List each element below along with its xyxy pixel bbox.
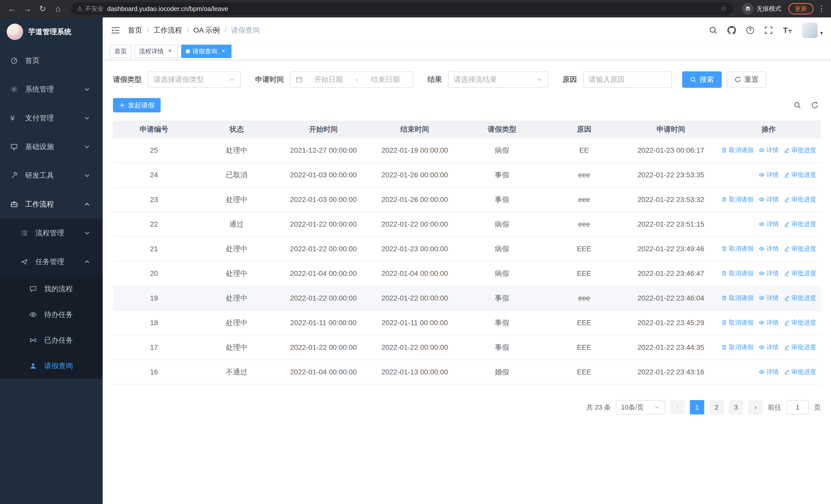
page-button[interactable]: 3 — [729, 400, 743, 414]
briefcase-icon — [10, 200, 22, 208]
sidebar-item[interactable]: 系统管理 — [0, 75, 103, 104]
sidebar-item[interactable]: 已办任务 — [0, 327, 103, 353]
search-button[interactable]: 搜索 — [682, 71, 722, 88]
breadcrumb-item[interactable]: OA 示例 — [194, 25, 220, 35]
breadcrumb-separator: / — [187, 26, 189, 34]
breadcrumb: 首页/工作流程/OA 示例/请假查询 — [128, 25, 260, 35]
approval-progress-action[interactable]: 审批进度 — [784, 368, 816, 376]
reset-button[interactable]: 重置 — [727, 71, 766, 88]
sidebar-item[interactable]: 我的流程 — [0, 276, 103, 302]
edit-icon — [784, 295, 790, 301]
detail-action[interactable]: 详情 — [758, 368, 779, 376]
sidebar-item[interactable]: 工作流程 — [0, 190, 103, 219]
page-size-select[interactable]: 10条/页 — [616, 400, 665, 414]
sidebar-item[interactable]: 请假查询 — [0, 353, 103, 379]
cell-reason: EE — [543, 138, 625, 163]
help-icon[interactable] — [746, 26, 754, 35]
sidebar-item[interactable]: 任务管理 — [0, 247, 103, 276]
detail-action[interactable]: 详情 — [758, 171, 779, 179]
font-size-icon[interactable] — [783, 25, 793, 35]
sidebar-item[interactable]: 首页 — [0, 46, 103, 75]
cancel-leave-action[interactable]: 取消请假 — [721, 343, 753, 351]
cancel-leave-action[interactable]: 取消请假 — [721, 195, 753, 204]
cancel-leave-action[interactable]: 取消请假 — [721, 319, 753, 327]
detail-action[interactable]: 详情 — [758, 294, 779, 302]
detail-action[interactable]: 详情 — [758, 146, 779, 154]
sidebar-item[interactable]: ¥支付管理 — [0, 104, 103, 132]
cancel-leave-action[interactable]: 取消请假 — [721, 294, 753, 302]
cell-id: 16 — [113, 360, 195, 384]
browser-forward-icon[interactable]: → — [21, 5, 34, 13]
approval-progress-action[interactable]: 审批进度 — [784, 343, 816, 351]
cell-end: 2022-01-11 00:00:00 — [369, 310, 461, 335]
avatar — [802, 23, 818, 38]
breadcrumb-item[interactable]: 工作流程 — [153, 25, 182, 35]
approval-progress-action[interactable]: 审批进度 — [784, 269, 816, 277]
detail-action[interactable]: 详情 — [758, 244, 779, 253]
approval-progress-action[interactable]: 审批进度 — [784, 195, 816, 204]
approval-progress-action[interactable]: 审批进度 — [784, 294, 816, 302]
detail-action[interactable]: 详情 — [758, 319, 779, 327]
detail-action[interactable]: 详情 — [758, 269, 779, 277]
result-select[interactable]: 请选择流结果 — [448, 71, 548, 88]
browser-back-icon[interactable]: ← — [5, 5, 19, 13]
incognito-badge: 无痕模式 — [742, 3, 781, 14]
browser-reload-icon[interactable]: ↻ — [36, 5, 49, 13]
detail-action[interactable]: 详情 — [758, 220, 779, 228]
github-icon[interactable] — [727, 26, 736, 35]
create-leave-button[interactable]: 发起请假 — [113, 98, 161, 112]
cancel-leave-action[interactable]: 取消请假 — [721, 269, 753, 277]
apply-time-range-picker[interactable]: 开始日期 - 结束日期 — [290, 71, 413, 88]
close-icon[interactable]: × — [220, 48, 227, 55]
table-row: 16不通过2022-01-04 00:00:002022-01-13 00:00… — [113, 360, 821, 384]
user-menu[interactable]: ▾ — [802, 23, 823, 38]
approval-progress-action[interactable]: 审批进度 — [784, 319, 816, 327]
breadcrumb-item[interactable]: 首页 — [128, 25, 142, 35]
sidebar-item[interactable]: 基础设施 — [0, 132, 103, 161]
tab-item[interactable]: 流程详情× — [135, 45, 178, 58]
page-button[interactable]: 2 — [709, 400, 724, 414]
approval-progress-action[interactable]: 审批进度 — [784, 220, 816, 228]
cell-start: 2022-01-04 00:00:00 — [278, 360, 369, 384]
table-row: 24已取消2022-01-03 00:00:002022-01-26 00:00… — [113, 163, 821, 187]
table-header-row: 申请编号状态开始时间结束时间请假类型原因申请时间操作 — [113, 121, 821, 138]
page-button[interactable]: 1 — [690, 400, 704, 414]
reason-input[interactable] — [589, 76, 666, 84]
detail-action[interactable]: 详情 — [758, 195, 779, 204]
address-bar[interactable]: ⚠不安全 dashboard.yudao.iocoder.cn/bpm/oa/l… — [71, 2, 733, 15]
browser-update-button[interactable]: 更新 — [789, 3, 813, 14]
header-search-icon[interactable] — [709, 26, 718, 35]
cancel-leave-action[interactable]: 取消请假 — [721, 146, 753, 154]
sidebar-toggle-icon[interactable] — [111, 26, 120, 35]
toggle-search-icon[interactable] — [794, 101, 801, 109]
cell-status: 通过 — [195, 212, 278, 237]
detail-action[interactable]: 详情 — [758, 343, 779, 351]
fullscreen-icon[interactable] — [764, 26, 773, 35]
tab-item[interactable]: 首页 — [110, 45, 132, 58]
next-page-button[interactable]: › — [748, 400, 763, 414]
action-label: 详情 — [766, 319, 779, 327]
leave-type-select[interactable]: 请选择请假类型 — [148, 71, 241, 88]
site-security-warning[interactable]: ⚠不安全 — [77, 5, 104, 13]
approval-progress-action[interactable]: 审批进度 — [784, 244, 816, 253]
approval-progress-action[interactable]: 审批进度 — [784, 171, 816, 179]
tab-item[interactable]: 请假查询× — [181, 45, 231, 58]
approval-progress-action[interactable]: 审批进度 — [784, 146, 816, 154]
browser-home-icon[interactable]: ⌂ — [51, 5, 65, 13]
cell-reason: eee — [543, 163, 625, 187]
sidebar-item[interactable]: 研发工具 — [0, 161, 103, 190]
delete-icon — [721, 196, 727, 203]
close-icon[interactable]: × — [166, 48, 173, 55]
sidebar-item[interactable]: 流程管理 — [0, 219, 103, 247]
browser-menu-icon[interactable]: ⋮ — [818, 5, 826, 12]
cancel-leave-action[interactable]: 取消请假 — [721, 244, 753, 253]
tab-label: 流程详情 — [139, 47, 164, 55]
warning-icon: ⚠ — [77, 6, 83, 12]
prev-page-button[interactable]: ‹ — [670, 400, 685, 414]
goto-page-input[interactable] — [786, 400, 809, 414]
bookmark-star-icon[interactable]: ☆ — [720, 5, 727, 12]
cell-end: 2022-01-26 00:00:00 — [369, 163, 461, 187]
refresh-table-icon[interactable] — [811, 101, 819, 109]
sidebar-item[interactable]: 待办任务 — [0, 302, 103, 327]
cell-actions: 详情审批进度 — [717, 163, 821, 187]
